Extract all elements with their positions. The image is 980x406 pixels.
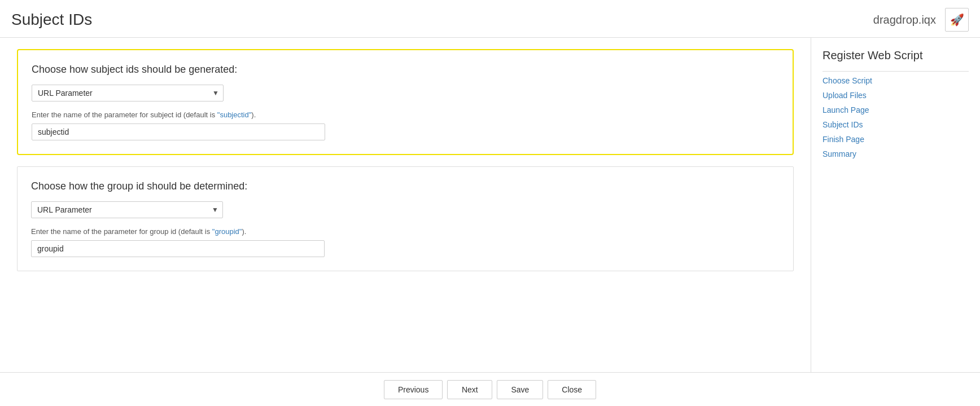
sidebar-item-subject-ids[interactable]: Subject IDs	[823, 120, 969, 129]
subject-ids-title: Choose how subject ids should be generat…	[32, 64, 779, 76]
group-id-param-label: Enter the name of the parameter for grou…	[31, 227, 780, 236]
sidebar-item-choose-script[interactable]: Choose Script	[823, 76, 969, 85]
header-right: dragdrop.iqx 🚀	[873, 8, 969, 32]
main-layout: Choose how subject ids should be generat…	[0, 38, 980, 405]
subject-ids-select-wrapper[interactable]: URL Parameter Auto Generate Manual Entry…	[32, 85, 224, 102]
sidebar-link-subject-ids[interactable]: Subject IDs	[823, 120, 863, 129]
group-id-card: Choose how the group id should be determ…	[17, 166, 794, 271]
filename-label: dragdrop.iqx	[873, 14, 936, 27]
subject-ids-input[interactable]	[32, 123, 325, 140]
sidebar-link-launch-page[interactable]: Launch Page	[823, 105, 869, 114]
group-id-input[interactable]	[31, 240, 325, 257]
save-button[interactable]: Save	[497, 380, 543, 399]
subject-ids-card: Choose how subject ids should be generat…	[17, 49, 794, 155]
subject-ids-select[interactable]: URL Parameter Auto Generate Manual Entry	[32, 85, 224, 102]
sidebar-item-upload-files[interactable]: Upload Files	[823, 91, 969, 100]
close-button[interactable]: Close	[548, 380, 596, 399]
sidebar-link-finish-page[interactable]: Finish Page	[823, 135, 864, 144]
previous-button[interactable]: Previous	[384, 380, 443, 399]
subject-ids-default-value: "subjectid"	[217, 111, 252, 119]
group-id-select[interactable]: URL Parameter Auto Generate Manual Entry	[31, 201, 223, 218]
sidebar-nav: Choose Script Upload Files Launch Page S…	[823, 76, 969, 158]
subject-ids-select-group: URL Parameter Auto Generate Manual Entry…	[32, 85, 779, 102]
main-content: Choose how subject ids should be generat…	[0, 38, 811, 405]
rocket-button[interactable]: 🚀	[945, 8, 969, 32]
group-id-select-wrapper[interactable]: URL Parameter Auto Generate Manual Entry…	[31, 201, 223, 218]
subject-ids-param-label: Enter the name of the parameter for subj…	[32, 111, 779, 119]
sidebar-item-finish-page[interactable]: Finish Page	[823, 135, 969, 144]
sidebar-divider-top	[823, 71, 969, 72]
sidebar-link-summary[interactable]: Summary	[823, 149, 856, 158]
sidebar-item-launch-page[interactable]: Launch Page	[823, 105, 969, 114]
group-id-title: Choose how the group id should be determ…	[31, 180, 780, 192]
group-id-default-value: "groupid"	[212, 227, 242, 236]
header: Subject IDs dragdrop.iqx 🚀	[0, 0, 980, 38]
footer: Previous Next Save Close	[0, 372, 980, 406]
sidebar-link-choose-script[interactable]: Choose Script	[823, 76, 872, 85]
rocket-icon: 🚀	[950, 13, 964, 27]
sidebar: Register Web Script Choose Script Upload…	[811, 38, 980, 405]
next-button[interactable]: Next	[447, 380, 492, 399]
sidebar-link-upload-files[interactable]: Upload Files	[823, 91, 867, 100]
page-title: Subject IDs	[11, 11, 92, 29]
sidebar-item-summary[interactable]: Summary	[823, 149, 969, 158]
group-id-select-group: URL Parameter Auto Generate Manual Entry…	[31, 201, 780, 218]
sidebar-title: Register Web Script	[823, 49, 969, 62]
